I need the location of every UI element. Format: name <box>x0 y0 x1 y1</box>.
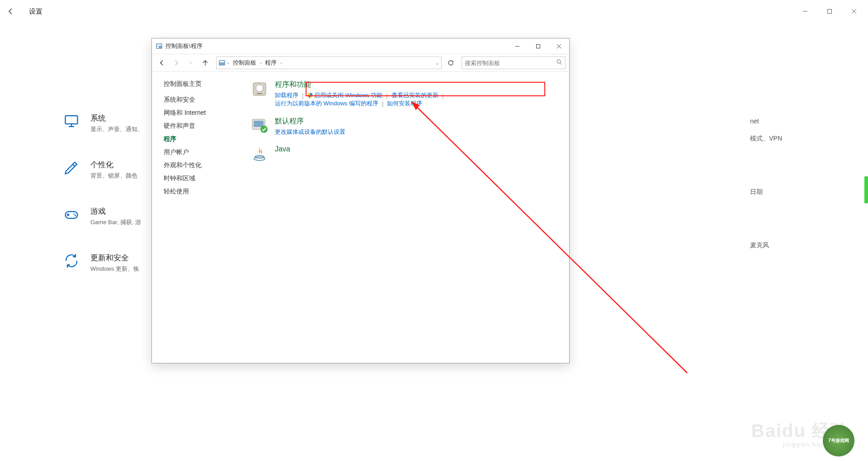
sidebar-home[interactable]: 控制面板主页 <box>164 80 241 88</box>
refresh-button[interactable] <box>444 56 457 69</box>
nav-forward-button[interactable] <box>170 56 183 69</box>
link-installed-updates[interactable]: 查看已安装的更新 <box>392 91 439 99</box>
category-system[interactable]: 系统显示、声音、通知、 <box>63 113 143 133</box>
link-media-defaults[interactable]: 更改媒体或设备的默认设置 <box>275 128 345 136</box>
svg-line-18 <box>560 63 562 65</box>
site-logo: 7号游戏网 <box>823 425 854 456</box>
control-panel-icon <box>156 42 163 50</box>
svg-point-8 <box>74 214 75 215</box>
control-panel-window: 控制面板\程序 › 控制面板 › 程序 › ⌄ 控制面板主页 <box>151 38 570 363</box>
svg-rect-14 <box>536 44 540 48</box>
settings-titlebar: 设置 <box>0 0 868 23</box>
svg-rect-11 <box>157 44 161 46</box>
shield-icon <box>307 92 313 99</box>
cp-content: 程序和功能 卸载程序 | 启用或关闭 Windows 功能 | 查看已安装的更新… <box>247 72 569 363</box>
cp-toolbar: › 控制面板 › 程序 › ⌄ <box>152 54 569 72</box>
default-programs-title[interactable]: 默认程序 <box>275 117 562 126</box>
personalization-icon <box>63 160 80 176</box>
search-box[interactable] <box>462 56 566 69</box>
breadcrumb[interactable]: › 控制面板 › 程序 › ⌄ <box>216 56 442 69</box>
programs-features-icon <box>250 80 269 98</box>
nav-up-button[interactable] <box>199 56 212 69</box>
java-title[interactable]: Java <box>275 145 562 153</box>
svg-rect-15 <box>219 60 225 66</box>
settings-right-hints: net 模式、VPN 日期 麦克风 <box>750 118 782 249</box>
programs-features-title[interactable]: 程序和功能 <box>275 80 562 89</box>
svg-point-9 <box>75 215 76 216</box>
breadcrumb-icon <box>218 59 226 66</box>
sidebar-item-system-security[interactable]: 系统和安全 <box>164 96 241 104</box>
category-gaming[interactable]: 游戏Game Bar, 捕获, 游 <box>63 206 143 226</box>
cp-title: 控制面板\程序 <box>165 42 203 50</box>
cp-maximize-button[interactable] <box>528 39 548 53</box>
section-java: Java <box>250 145 562 163</box>
sidebar-item-user-accounts[interactable]: 用户帐户 <box>164 148 241 156</box>
nav-recent-button[interactable] <box>184 56 197 69</box>
default-programs-icon <box>250 117 269 135</box>
sidebar-item-hardware[interactable]: 硬件和声音 <box>164 122 241 130</box>
cp-sidebar: 控制面板主页 系统和安全 网络和 Internet 硬件和声音 程序 用户帐户 … <box>152 72 247 363</box>
system-icon <box>63 113 80 129</box>
cp-minimize-button[interactable] <box>507 39 528 53</box>
maximize-button[interactable] <box>819 4 840 19</box>
update-icon <box>63 253 80 269</box>
svg-rect-16 <box>220 61 224 62</box>
minimize-button[interactable] <box>795 4 816 19</box>
svg-point-17 <box>557 60 561 63</box>
link-uninstall[interactable]: 卸载程序 <box>275 91 298 99</box>
gaming-icon <box>63 206 80 222</box>
java-icon <box>250 145 269 163</box>
dropdown-icon[interactable]: ⌄ <box>435 60 439 66</box>
back-button[interactable] <box>4 4 18 19</box>
svg-rect-20 <box>256 85 263 92</box>
cp-close-button[interactable] <box>548 39 569 53</box>
close-button[interactable] <box>844 4 864 19</box>
sidebar-item-ease[interactable]: 轻松使用 <box>164 188 241 196</box>
category-update[interactable]: 更新和安全Windows 更新、恢 <box>63 253 143 273</box>
svg-rect-12 <box>157 46 159 48</box>
sidebar-item-clock[interactable]: 时钟和区域 <box>164 174 241 183</box>
crumb-control-panel[interactable]: 控制面板 <box>231 59 258 67</box>
settings-title: 设置 <box>29 7 42 16</box>
sidebar-item-appearance[interactable]: 外观和个性化 <box>164 161 241 169</box>
scrollbar-indicator[interactable] <box>864 176 868 203</box>
link-how-to-install[interactable]: 如何安装程序 <box>387 99 422 108</box>
nav-back-button[interactable] <box>156 56 168 69</box>
section-default-programs: 默认程序 更改媒体或设备的默认设置 <box>250 117 562 136</box>
crumb-programs[interactable]: 程序 <box>263 59 278 67</box>
link-windows-features[interactable]: 启用或关闭 Windows 功能 <box>314 91 382 99</box>
link-compatibility[interactable]: 运行为以前版本的 Windows 编写的程序 <box>275 99 378 108</box>
sidebar-item-network[interactable]: 网络和 Internet <box>164 109 241 117</box>
cp-titlebar: 控制面板\程序 <box>152 38 569 54</box>
sidebar-item-programs[interactable]: 程序 <box>164 135 241 143</box>
svg-point-23 <box>260 126 268 133</box>
search-icon[interactable] <box>556 59 562 67</box>
settings-categories: 系统显示、声音、通知、 个性化背景、锁屏、颜色 游戏Game Bar, 捕获, … <box>63 113 143 273</box>
category-personalization[interactable]: 个性化背景、锁屏、颜色 <box>63 160 143 180</box>
svg-rect-2 <box>66 116 78 124</box>
svg-rect-22 <box>254 121 264 127</box>
search-input[interactable] <box>465 60 546 66</box>
svg-rect-1 <box>828 9 832 14</box>
section-programs-features: 程序和功能 卸载程序 | 启用或关闭 Windows 功能 | 查看已安装的更新… <box>250 80 562 108</box>
